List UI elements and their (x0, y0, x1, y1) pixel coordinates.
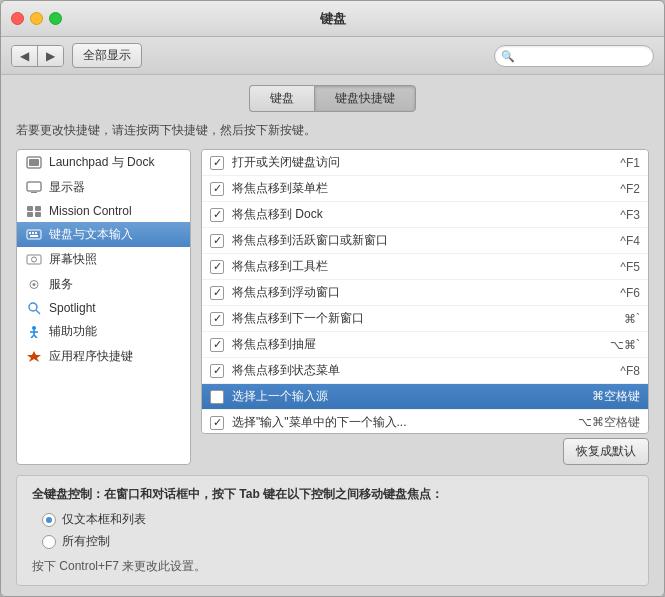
show-all-button[interactable]: 全部显示 (72, 43, 142, 68)
svg-rect-6 (27, 212, 33, 217)
svg-rect-1 (29, 159, 39, 166)
left-item-mission[interactable]: Mission Control (17, 200, 190, 222)
table-row: 将焦点移到状态菜单 ^F8 (202, 358, 648, 384)
shortcut-label-10: 选择"输入"菜单中的下一个输入... (232, 414, 570, 431)
shortcut-checkbox-10[interactable] (210, 416, 224, 430)
shortcut-checkbox-1[interactable] (210, 182, 224, 196)
accessibility-icon (25, 325, 43, 339)
radio-dot-all-controls (42, 535, 56, 549)
spotlight-icon (25, 301, 43, 315)
shortcut-key-2: ^F3 (620, 208, 640, 222)
left-item-screenshot[interactable]: 屏幕快照 (17, 247, 190, 272)
table-row-highlighted[interactable]: 选择上一个输入源 ⌘空格键 (202, 384, 648, 410)
minimize-button[interactable] (30, 12, 43, 25)
tabs-bar: 键盘 键盘快捷键 (16, 85, 649, 112)
left-item-keyboard[interactable]: 键盘与文本输入 (17, 222, 190, 247)
right-panel: 打开或关闭键盘访问 ^F1 将焦点移到菜单栏 ^F2 将焦点移到 Dock ^F… (201, 149, 649, 465)
svg-point-19 (32, 326, 36, 330)
radio-dot-text-only (42, 513, 56, 527)
svg-rect-8 (27, 230, 41, 239)
mission-icon (25, 204, 43, 218)
left-item-service[interactable]: 服务 (17, 272, 190, 297)
shortcuts-table: 打开或关闭键盘访问 ^F1 将焦点移到菜单栏 ^F2 将焦点移到 Dock ^F… (201, 149, 649, 434)
search-box: 🔍 (494, 45, 654, 67)
shortcut-label-8: 将焦点移到状态菜单 (232, 362, 612, 379)
table-row: 将焦点移到浮动窗口 ^F6 (202, 280, 648, 306)
forward-button[interactable]: ▶ (38, 46, 63, 66)
table-row: 将焦点移到抽屉 ⌥⌘` (202, 332, 648, 358)
svg-point-17 (29, 303, 37, 311)
shortcut-key-7: ⌥⌘` (610, 338, 640, 352)
shortcut-key-0: ^F1 (620, 156, 640, 170)
shortcut-key-4: ^F5 (620, 260, 640, 274)
shortcut-key-6: ⌘` (624, 312, 640, 326)
table-row: 将焦点移到活跃窗口或新窗口 ^F4 (202, 228, 648, 254)
shortcut-label-2: 将焦点移到 Dock (232, 206, 612, 223)
left-item-label: 应用程序快捷键 (49, 348, 133, 365)
window-title: 键盘 (320, 10, 346, 28)
left-item-launchpad[interactable]: Launchpad 与 Dock (17, 150, 190, 175)
main-window: 键盘 ◀ ▶ 全部显示 🔍 键盘 键盘快捷键 若要更改快捷键，请连按两下快捷键，… (0, 0, 665, 597)
svg-rect-9 (29, 232, 31, 234)
left-item-label: Spotlight (49, 301, 96, 315)
back-button[interactable]: ◀ (12, 46, 38, 66)
bottom-section: 全键盘控制：在窗口和对话框中，按下 Tab 键在以下控制之间移动键盘焦点： 仅文… (16, 475, 649, 586)
toolbar: ◀ ▶ 全部显示 🔍 (1, 37, 664, 75)
shortcut-label-0: 打开或关闭键盘访问 (232, 154, 612, 171)
left-item-label: Launchpad 与 Dock (49, 154, 154, 171)
shortcut-label-3: 将焦点移到活跃窗口或新窗口 (232, 232, 612, 249)
shortcut-key-1: ^F2 (620, 182, 640, 196)
left-item-spotlight[interactable]: Spotlight (17, 297, 190, 319)
launchpad-icon (25, 156, 43, 170)
left-item-appshortcuts[interactable]: 应用程序快捷键 (17, 344, 190, 369)
table-row: 选择"输入"菜单中的下一个输入... ⌥⌘空格键 (202, 410, 648, 434)
svg-rect-13 (27, 255, 41, 264)
left-item-accessibility[interactable]: 辅助功能 (17, 319, 190, 344)
screenshot-icon (25, 253, 43, 267)
maximize-button[interactable] (49, 12, 62, 25)
shortcut-checkbox-5[interactable] (210, 286, 224, 300)
svg-marker-24 (27, 351, 41, 362)
shortcut-checkbox-3[interactable] (210, 234, 224, 248)
shortcut-key-3: ^F4 (620, 234, 640, 248)
shortcut-label-9: 选择上一个输入源 (232, 388, 584, 405)
svg-rect-7 (35, 212, 41, 217)
titlebar: 键盘 (1, 1, 664, 37)
traffic-lights (11, 12, 62, 25)
svg-line-23 (34, 335, 37, 338)
tab-shortcuts[interactable]: 键盘快捷键 (314, 85, 416, 112)
shortcut-checkbox-6[interactable] (210, 312, 224, 326)
radio-all-controls[interactable]: 所有控制 (42, 533, 633, 550)
restore-defaults-button[interactable]: 恢复成默认 (563, 438, 649, 465)
main-panel: Launchpad 与 Dock 显示器 Mission Control (16, 149, 649, 465)
hint-text: 若要更改快捷键，请连按两下快捷键，然后按下新按键。 (16, 122, 649, 139)
svg-point-14 (32, 257, 37, 262)
shortcut-checkbox-7[interactable] (210, 338, 224, 352)
table-row: 将焦点移到下一个新窗口 ⌘` (202, 306, 648, 332)
left-item-label: 显示器 (49, 179, 85, 196)
left-panel: Launchpad 与 Dock 显示器 Mission Control (16, 149, 191, 465)
search-icon: 🔍 (501, 49, 515, 62)
svg-rect-10 (32, 232, 34, 234)
radio-text-only[interactable]: 仅文本框和列表 (42, 511, 633, 528)
shortcut-label-7: 将焦点移到抽屉 (232, 336, 602, 353)
tab-keyboard[interactable]: 键盘 (249, 85, 314, 112)
shortcut-checkbox-4[interactable] (210, 260, 224, 274)
radio-label-text-only: 仅文本框和列表 (62, 511, 146, 528)
left-item-display[interactable]: 显示器 (17, 175, 190, 200)
left-item-label: Mission Control (49, 204, 132, 218)
shortcut-checkbox-9[interactable] (210, 390, 224, 404)
radio-label-all-controls: 所有控制 (62, 533, 110, 550)
shortcut-checkbox-8[interactable] (210, 364, 224, 378)
table-row: 打开或关闭键盘访问 ^F1 (202, 150, 648, 176)
close-button[interactable] (11, 12, 24, 25)
shortcut-checkbox-0[interactable] (210, 156, 224, 170)
svg-line-18 (36, 310, 40, 314)
svg-rect-11 (35, 232, 37, 234)
left-item-label: 服务 (49, 276, 73, 293)
shortcut-label-4: 将焦点移到工具栏 (232, 258, 612, 275)
shortcut-checkbox-2[interactable] (210, 208, 224, 222)
radio-group: 仅文本框和列表 所有控制 (42, 511, 633, 550)
svg-rect-2 (27, 182, 41, 191)
search-input[interactable] (494, 45, 654, 67)
